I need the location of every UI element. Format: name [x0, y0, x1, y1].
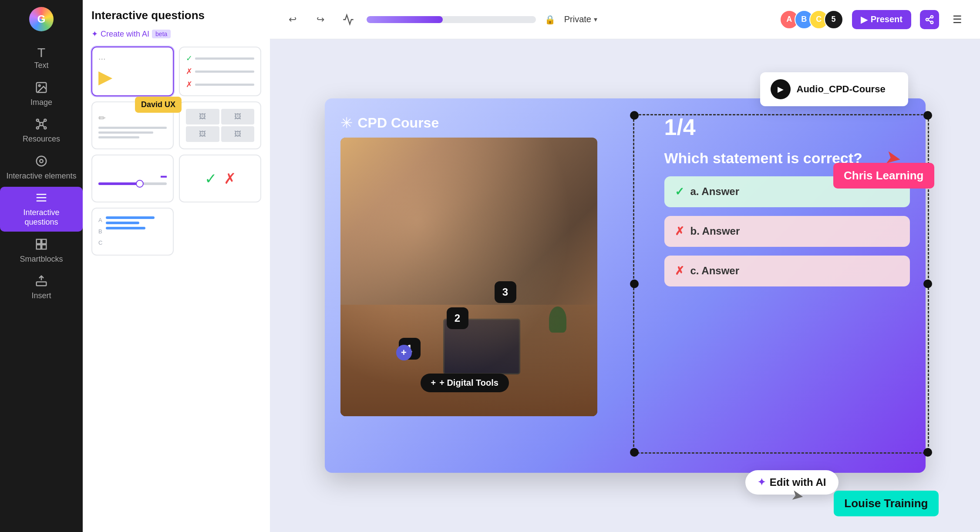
img-placeholder: 🖼: [186, 109, 219, 125]
slide-header-text: CPD Course: [358, 115, 439, 131]
letter-labels: ABC: [98, 215, 102, 249]
svg-line-10: [43, 125, 44, 127]
app-logo[interactable]: [29, 7, 54, 31]
panel-card-checkx[interactable]: ✓ ✗: [179, 155, 261, 202]
ai-sparkle-icon-2: ✦: [758, 477, 765, 488]
chevron-down-icon: ▾: [594, 15, 597, 24]
x-answer-icon-c: ✗: [675, 264, 684, 278]
audio-filename: Audio_CPD-Course: [797, 84, 886, 95]
panel-card-cursor[interactable]: ··· ▶ David UX: [91, 47, 174, 96]
sidebar-item-label: Interactive elements: [6, 172, 76, 181]
digital-tools-button[interactable]: + + Digital Tools: [421, 374, 509, 392]
slide: ✳ CPD Course 1: [325, 98, 926, 473]
svg-point-11: [37, 156, 47, 166]
cpd-icon: ✳: [340, 114, 353, 131]
img-placeholder: 🖼: [221, 126, 255, 142]
digital-tools-label: + Digital Tools: [439, 378, 498, 388]
svg-point-3: [37, 119, 39, 121]
privacy-toggle[interactable]: Private ▾: [564, 14, 597, 24]
sidebar-item-text[interactable]: T Text: [0, 42, 83, 75]
badge-number-2: 2: [447, 307, 468, 329]
panel-card-textlines[interactable]: ABC: [91, 208, 174, 256]
answer-a-label: a. Answer: [690, 185, 740, 198]
x-answer-icon-b: ✗: [675, 225, 684, 238]
slider-track[interactable]: [98, 182, 167, 185]
share-button[interactable]: [920, 10, 939, 29]
avatar-count: 5: [824, 10, 843, 29]
collaborator-avatars: A B C 5: [784, 10, 843, 29]
sel-handle-tl[interactable]: [630, 111, 639, 120]
ai-sparkle-icon: ✦: [91, 29, 98, 39]
sidebar-item-label: Insert: [31, 291, 51, 301]
resources-icon: [35, 118, 48, 133]
svg-point-23: [931, 21, 933, 23]
plus-badge: +: [396, 345, 412, 360]
svg-point-21: [931, 15, 933, 18]
badge-number-3: 3: [495, 281, 516, 303]
david-ux-tooltip: David UX: [135, 97, 182, 113]
louise-training-badge: Louise Training: [834, 491, 938, 516]
sel-handle-ml[interactable]: [630, 279, 639, 288]
panel-card-lines[interactable]: ✓ ✗ ✗: [179, 47, 261, 96]
present-button[interactable]: ▶ Present: [852, 10, 911, 29]
save-button[interactable]: [339, 10, 358, 29]
undo-button[interactable]: ↩: [283, 10, 302, 29]
sel-handle-bl[interactable]: [630, 448, 639, 457]
sidebar-item-label: Resources: [23, 135, 60, 144]
sidebar-item-label: Smartblocks: [20, 255, 63, 264]
sidebar-item-image[interactable]: Image: [0, 77, 83, 112]
text-icon: T: [37, 46, 45, 59]
present-play-icon: ▶: [861, 14, 867, 25]
progress-bar: [367, 16, 536, 23]
sidebar-item-interactive-elements[interactable]: Interactive elements: [0, 150, 83, 185]
privacy-label: Private: [564, 14, 591, 24]
sidebar-item-label: Text: [34, 61, 48, 71]
svg-line-7: [39, 121, 40, 123]
beta-badge: beta: [152, 30, 171, 38]
panel-interactive-questions: Interactive questions ✦ Create with AI b…: [83, 0, 270, 532]
img-placeholder: 🖼: [186, 126, 219, 142]
answer-b[interactable]: ✗ b. Answer: [664, 216, 910, 247]
create-with-ai-button[interactable]: ✦ Create with AI beta: [91, 29, 261, 39]
img-placeholder: 🖼: [221, 109, 255, 125]
panel-card-slider[interactable]: ▬: [91, 155, 174, 202]
lock-icon: 🔒: [545, 14, 556, 25]
svg-point-1: [39, 84, 40, 86]
canvas-area: ✳ CPD Course 1: [270, 39, 980, 532]
sidebar-item-resources[interactable]: Resources: [0, 113, 83, 148]
slide-header: ✳ CPD Course: [340, 114, 439, 131]
svg-line-9: [39, 125, 40, 127]
panel-card-images[interactable]: 🖼 🖼 🖼 🖼: [179, 101, 261, 149]
main-area: ↩ ↪ 🔒 Private ▾ A B C 5 ▶ Present ☰: [270, 0, 980, 532]
answer-c[interactable]: ✗ c. Answer: [664, 256, 910, 286]
progress-fill: [367, 16, 443, 23]
sidebar: T Text Image Resources Interactive eleme…: [0, 0, 83, 532]
card-cursor-icon: ▶: [98, 66, 112, 88]
svg-line-24: [928, 20, 931, 22]
redo-button[interactable]: ↪: [311, 10, 330, 29]
smartblocks-icon: [35, 238, 48, 253]
svg-line-8: [43, 121, 44, 123]
audio-popup: ▶ Audio_CPD-Course: [760, 72, 908, 106]
sidebar-item-insert[interactable]: Insert: [0, 270, 83, 305]
svg-line-25: [928, 17, 931, 19]
svg-point-4: [44, 119, 46, 121]
audio-play-button[interactable]: ▶: [771, 79, 791, 99]
check-answer-icon: ✓: [675, 185, 684, 199]
insert-icon: [35, 274, 48, 290]
question-section: 1/4 Which statement is correct? ✓ a. Ans…: [638, 98, 926, 473]
image-icon: [35, 81, 48, 96]
sidebar-item-interactive-questions[interactable]: Interactive questions: [0, 187, 83, 231]
sidebar-item-label: Image: [30, 98, 52, 108]
check-icon: ✓: [186, 54, 192, 63]
menu-button[interactable]: ☰: [948, 10, 967, 29]
sidebar-item-smartblocks[interactable]: Smartblocks: [0, 233, 83, 269]
svg-rect-19: [42, 245, 46, 249]
cursor-bottom-arrow: ➤: [790, 486, 805, 505]
present-label: Present: [871, 14, 903, 24]
topbar: ↩ ↪ 🔒 Private ▾ A B C 5 ▶ Present ☰: [270, 0, 980, 39]
plus-icon: +: [431, 378, 436, 388]
svg-point-22: [926, 18, 929, 21]
play-icon: ▶: [778, 84, 784, 94]
svg-rect-16: [37, 239, 41, 243]
